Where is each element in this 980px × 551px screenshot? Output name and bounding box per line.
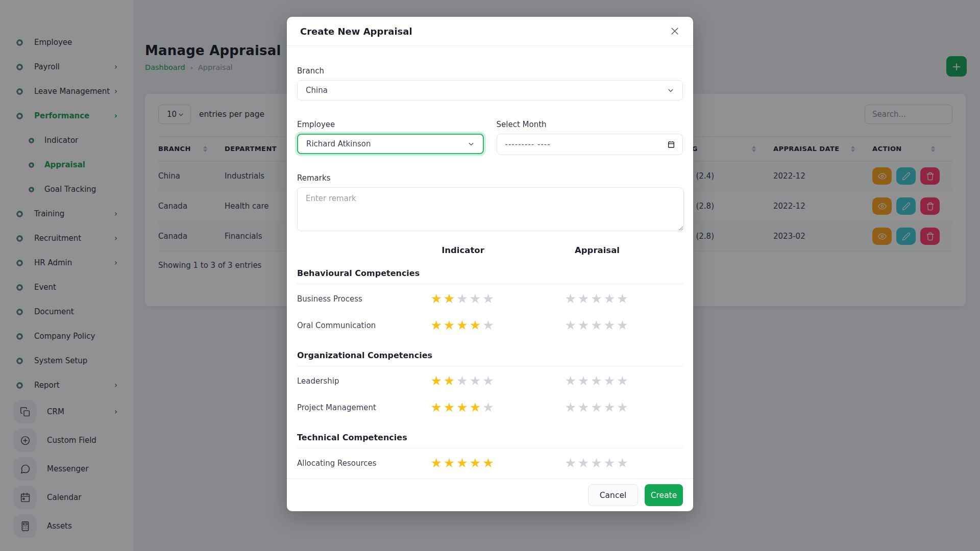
indicator-column-header: Indicator [414, 245, 511, 255]
competency-label: Leadership [297, 377, 414, 386]
star-icon[interactable]: ★ [617, 318, 629, 333]
section-behavioural-competencies: Behavioural Competencies Business Proces… [297, 268, 683, 337]
employee-select[interactable]: Richard Atkinson [297, 134, 484, 154]
indicator-stars: ★★★★★ [414, 319, 511, 332]
branch-field: Branch China [297, 66, 683, 101]
star-icon[interactable]: ★ [617, 456, 629, 470]
competency-row-allocating-resources: Allocating Resources ★★★★★ ★★★★★ [297, 451, 683, 475]
section-title: Behavioural Competencies [297, 268, 683, 278]
competency-label: Oral Communication [297, 321, 414, 330]
star-icon[interactable]: ★ [565, 318, 577, 333]
star-icon[interactable]: ★ [578, 400, 591, 415]
star-icon[interactable]: ★ [591, 291, 603, 306]
star-icon: ★ [430, 456, 443, 470]
modal-footer: Cancel Create [287, 479, 693, 511]
calendar-icon [667, 140, 675, 148]
star-icon: ★ [482, 291, 495, 306]
star-icon: ★ [456, 400, 469, 415]
star-icon: ★ [470, 456, 482, 470]
star-icon[interactable]: ★ [591, 456, 603, 470]
section-title: Organizational Competencies [297, 350, 683, 360]
star-icon[interactable]: ★ [604, 318, 617, 333]
star-icon[interactable]: ★ [604, 456, 617, 470]
star-icon: ★ [456, 318, 469, 333]
star-icon[interactable]: ★ [578, 373, 591, 388]
star-icon: ★ [482, 400, 495, 415]
appraisal-stars-input[interactable]: ★★★★★ [511, 292, 683, 305]
remarks-label: Remarks [297, 173, 683, 183]
star-icon: ★ [430, 373, 443, 388]
month-placeholder: --------- ---- [505, 140, 551, 149]
competency-row-oral-communication: Oral Communication ★★★★★ ★★★★★ [297, 313, 683, 337]
competency-label: Business Process [297, 294, 414, 304]
star-icon[interactable]: ★ [591, 318, 603, 333]
modal-header: Create New Appraisal [287, 17, 693, 46]
star-icon[interactable]: ★ [604, 400, 617, 415]
branch-select[interactable]: China [297, 80, 683, 101]
appraisal-stars-input[interactable]: ★★★★★ [511, 401, 683, 414]
star-icon[interactable]: ★ [578, 318, 591, 333]
appraisal-stars-input[interactable]: ★★★★★ [511, 374, 683, 387]
modal-title: Create New Appraisal [300, 26, 412, 37]
star-icon: ★ [430, 291, 443, 306]
star-icon[interactable]: ★ [591, 373, 603, 388]
section-title: Technical Competencies [297, 433, 683, 442]
star-icon: ★ [456, 456, 469, 470]
remarks-textarea[interactable] [297, 187, 684, 231]
close-icon[interactable] [670, 26, 680, 36]
section-organizational-competencies: Organizational Competencies Leadership ★… [297, 350, 683, 419]
star-icon[interactable]: ★ [604, 291, 617, 306]
star-icon: ★ [482, 456, 495, 470]
star-icon: ★ [470, 318, 482, 333]
chevron-down-icon [667, 87, 674, 94]
spacer [297, 245, 414, 255]
star-icon: ★ [444, 373, 456, 388]
chevron-down-icon [468, 140, 475, 147]
star-icon[interactable]: ★ [617, 291, 629, 306]
indicator-stars: ★★★★★ [414, 401, 511, 414]
star-icon[interactable]: ★ [578, 291, 591, 306]
create-button[interactable]: Create [645, 484, 683, 506]
star-icon: ★ [482, 318, 495, 333]
star-icon: ★ [470, 291, 482, 306]
indicator-stars: ★★★★★ [414, 457, 511, 469]
star-icon: ★ [444, 291, 456, 306]
appraisal-stars-input[interactable]: ★★★★★ [511, 319, 683, 332]
modal-body: Branch China Employee Richard Atkinson S… [287, 46, 693, 475]
competency-row-project-management: Project Management ★★★★★ ★★★★★ [297, 395, 683, 419]
indicator-stars: ★★★★★ [414, 374, 511, 387]
month-label: Select Month [497, 120, 683, 129]
section-technical-competencies: Technical Competencies Allocating Resour… [297, 433, 683, 475]
employee-value: Richard Atkinson [306, 139, 371, 148]
divider [297, 448, 683, 448]
star-icon[interactable]: ★ [565, 291, 577, 306]
competency-row-leadership: Leadership ★★★★★ ★★★★★ [297, 369, 683, 393]
star-icon[interactable]: ★ [565, 373, 577, 388]
star-icon[interactable]: ★ [565, 400, 577, 415]
month-input[interactable]: --------- ---- [497, 134, 683, 155]
employee-field: Employee Richard Atkinson [297, 120, 484, 155]
star-icon: ★ [482, 373, 495, 388]
star-icon: ★ [456, 373, 469, 388]
appraisal-stars-input[interactable]: ★★★★★ [511, 457, 683, 469]
star-icon[interactable]: ★ [578, 456, 591, 470]
competency-column-headers: Indicator Appraisal [297, 245, 683, 255]
star-icon[interactable]: ★ [617, 400, 629, 415]
competency-label: Project Management [297, 403, 414, 412]
divider [297, 284, 683, 284]
create-appraisal-modal: Create New Appraisal Branch China Employ… [287, 17, 693, 511]
cancel-button[interactable]: Cancel [588, 484, 638, 506]
branch-label: Branch [297, 66, 683, 76]
star-icon: ★ [456, 291, 469, 306]
star-icon[interactable]: ★ [565, 456, 577, 470]
star-icon[interactable]: ★ [617, 373, 629, 388]
competency-sections: Behavioural Competencies Business Proces… [297, 268, 683, 475]
divider [297, 366, 683, 366]
employee-month-row: Employee Richard Atkinson Select Month -… [297, 120, 683, 155]
star-icon: ★ [444, 318, 456, 333]
month-field: Select Month --------- ---- [497, 120, 683, 155]
star-icon[interactable]: ★ [591, 400, 603, 415]
star-icon: ★ [470, 373, 482, 388]
competency-label: Allocating Resources [297, 459, 414, 468]
star-icon[interactable]: ★ [604, 373, 617, 388]
